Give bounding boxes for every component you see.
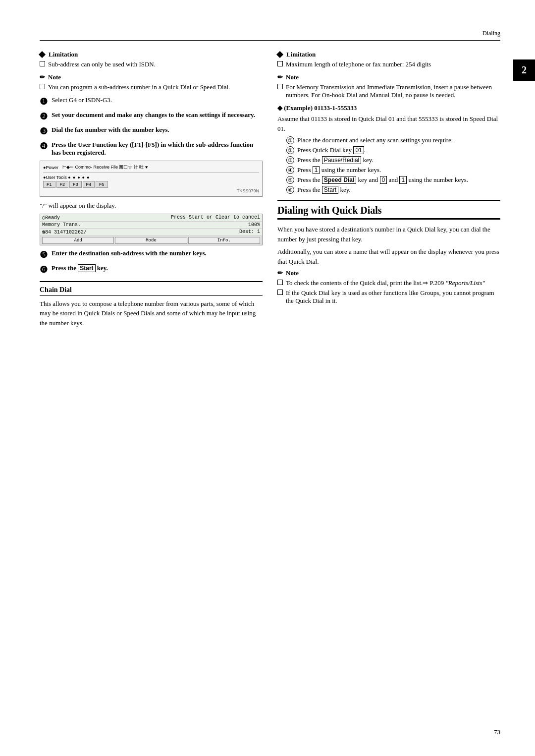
quick-dials-note-item-2: If the Quick Dial key is used as other f… — [277, 289, 500, 305]
right-column: Limitation Maximum length of telephone o… — [277, 51, 500, 331]
info-btn: Info. — [188, 237, 260, 244]
display-row-3: ☎84 3147102262/ Dest: 1 — [40, 229, 262, 236]
page: Dialing 2 Limitation Sub-address can onl… — [0, 0, 535, 756]
speed-dial-kbd: Speed Dial — [322, 176, 356, 184]
quick-dials-note-item-1: To check the contents of the Quick dial,… — [277, 279, 500, 287]
chapter-marker: 2 — [513, 59, 535, 81]
left-column: Limitation Sub-address can only be used … — [40, 51, 263, 331]
step-5: ❺ Enter the destination sub-address with… — [40, 249, 263, 260]
machine-row: ●User Tools ● ● ● ● ● — [43, 175, 259, 180]
note-checkbox-2 — [277, 84, 283, 89]
example-sub-steps: ① Place the document and select any scan… — [286, 136, 500, 194]
sub-step-num-5: ⑤ — [286, 176, 294, 184]
sub-step-1: ① Place the document and select any scan… — [286, 136, 500, 144]
start-kbd-1: Start — [78, 264, 95, 272]
limitation-block-1: Limitation Sub-address can only be used … — [40, 51, 263, 68]
start-kbd-2: Start — [322, 186, 338, 194]
limitation-title-1: Limitation — [40, 51, 263, 58]
f4-btn: F4 — [83, 181, 95, 188]
note-checkbox-4 — [277, 290, 283, 295]
quick-dials-intro: When you have stored a destination's num… — [277, 225, 500, 244]
quick-dials-note: ✏ Note To check the contents of the Quic… — [277, 269, 500, 305]
step-num-2: ❷ — [40, 111, 49, 122]
note-item-2: For Memory Transmission and Immediate Tr… — [277, 83, 500, 99]
diamond-icon-1 — [39, 51, 46, 58]
limitation-block-2: Limitation Maximum length of telephone o… — [277, 51, 500, 68]
sub-step-3-text: Press the Pause/Redial key. — [297, 156, 374, 164]
limitation-item-1: Sub-address can only be used with ISDN. — [40, 60, 263, 68]
step-4: ❹ Press the User Function key ([F1]-[F5]… — [40, 141, 263, 157]
sub-step-2: ② Press Quick Dial key 01. — [286, 146, 500, 154]
quick-dials-divider — [277, 200, 500, 201]
diamond-icon-2 — [276, 51, 283, 58]
example-intro: Assume that 01133 is stored in Quick Dia… — [277, 114, 500, 133]
pencil-icon-3: ✏ — [277, 269, 283, 277]
sub-step-3: ③ Press the Pause/Redial key. — [286, 156, 500, 164]
example-heading: ◆ (Example) 01133-1-555333 — [277, 104, 500, 112]
mode-btn: Mode — [115, 237, 187, 244]
machine-buttons: F1 F2 F3 F4 F5 — [43, 181, 259, 188]
sub-step-num-6: ⑥ — [286, 186, 294, 194]
step-num-6: ❻ — [40, 264, 49, 275]
add-btn: Add — [42, 237, 114, 244]
sub-step-num-2: ② — [286, 146, 294, 154]
step-6: ❻ Press the Start key. — [40, 264, 263, 275]
display-row-1: ◯Ready Press Start or Clear to cancel — [40, 214, 262, 222]
note-item-1: You can program a sub-address number in … — [40, 83, 263, 91]
pencil-icon-2: ✏ — [277, 73, 283, 81]
header-label: Dialing — [482, 30, 500, 37]
step-num-3: ❸ — [40, 126, 49, 137]
note-checkbox-3 — [277, 280, 283, 285]
display-box: ◯Ready Press Start or Clear to cancel Me… — [40, 214, 263, 245]
machine-top: ●Power ⊢◆⇦ Commo- Receive File 囲囗☆ 计 吐 ♥ — [43, 164, 259, 173]
note-block-2: ✏ Note For Memory Transmission and Immed… — [277, 73, 500, 99]
zero-kbd: 0 — [380, 176, 387, 184]
page-number: 73 — [494, 728, 500, 736]
sub-step-5: ⑤ Press the Speed Dial key and 0 and 1 u… — [286, 176, 500, 184]
step-1: ❶ Select G4 or ISDN-G3. — [40, 96, 263, 107]
example-block: ◆ (Example) 01133-1-555333 Assume that 0… — [277, 104, 500, 194]
quick-dials-note-title: ✏ Note — [277, 269, 500, 277]
sub-step-num-1: ① — [286, 136, 294, 144]
note-title-1: ✏ Note — [40, 73, 263, 81]
sub-step-4-text: Press 1 using the number keys. — [297, 166, 381, 174]
chain-dial-heading: Chain Dial — [40, 286, 263, 296]
one-kbd: 1 — [313, 166, 320, 174]
quick-dials-heading: Dialing with Quick Dials — [277, 205, 500, 220]
qd-kbd: 01 — [353, 146, 364, 154]
machine-image: ●Power ⊢◆⇦ Commo- Receive File 囲囗☆ 计 吐 ♥… — [40, 161, 263, 197]
step-2: ❷ Set your document and make any changes… — [40, 111, 263, 122]
quick-dials-additional: Additionally, you can store a name that … — [277, 247, 500, 266]
note-title-2: ✏ Note — [277, 73, 500, 81]
note-block-1: ✏ Note You can program a sub-address num… — [40, 73, 263, 91]
page-header: Dialing — [40, 30, 500, 41]
limitation-title-2: Limitation — [277, 51, 500, 58]
pause-redial-kbd: Pause/Redial — [322, 156, 361, 164]
display-buttons: Add Mode Info. — [40, 236, 262, 245]
step-num-1: ❶ — [40, 96, 49, 107]
sub-step-num-4: ④ — [286, 166, 294, 174]
content-area: Limitation Sub-address can only be used … — [40, 51, 500, 331]
display-row-2: Memory Trans. 100% — [40, 222, 262, 229]
pencil-icon-1: ✏ — [40, 73, 45, 81]
f1-btn: F1 — [43, 181, 55, 188]
step-6-text: Press the Start key. — [52, 264, 263, 272]
one-kbd-2: 1 — [399, 176, 407, 184]
chain-dial-divider — [40, 281, 263, 282]
step-3: ❸ Dial the fax number with the number ke… — [40, 126, 263, 137]
f5-btn: F5 — [96, 181, 108, 188]
sub-step-2-text: Press Quick Dial key 01. — [297, 146, 366, 154]
display-caption: "/" will appear on the display. — [40, 201, 263, 211]
sub-step-num-3: ③ — [286, 156, 294, 164]
checkbox-1 — [40, 61, 45, 66]
machine-label: TKSS079N — [43, 188, 259, 193]
sub-step-6-text: Press the Start key. — [297, 186, 351, 194]
sub-step-6: ⑥ Press the Start key. — [286, 186, 500, 194]
sub-step-5-text: Press the Speed Dial key and 0 and 1 usi… — [297, 176, 468, 184]
chain-dial-text: This allows you to compose a telephone n… — [40, 299, 263, 328]
step-num-5: ❺ — [40, 249, 49, 260]
checkbox-2 — [277, 61, 283, 66]
sub-step-4: ④ Press 1 using the number keys. — [286, 166, 500, 174]
limitation-item-2: Maximum length of telephone or fax numbe… — [277, 60, 500, 68]
f3-btn: F3 — [69, 181, 82, 188]
